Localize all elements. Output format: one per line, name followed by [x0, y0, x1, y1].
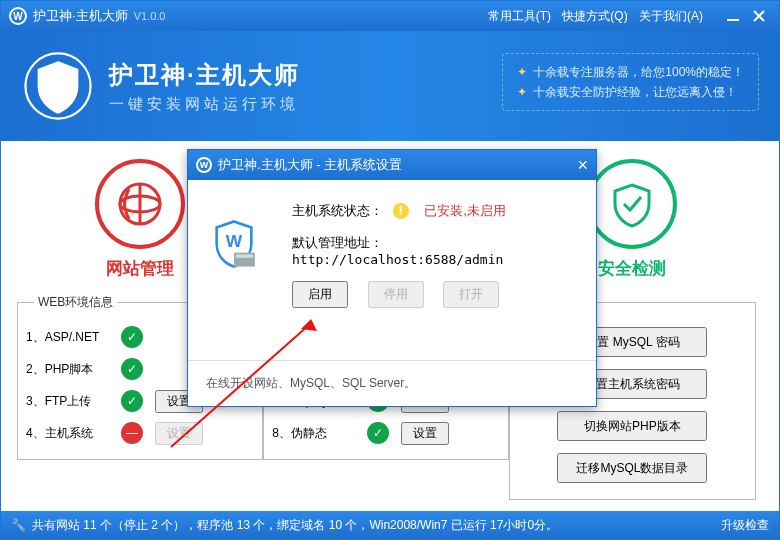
svg-text:W: W: [226, 231, 243, 251]
security-check-icon[interactable]: [587, 159, 677, 249]
shield-icon: W: [21, 49, 95, 123]
status-text: 共有网站 11 个（停止 2 个），程序池 13 个，绑定域名 10 个，Win…: [32, 517, 558, 534]
banner: W 护卫神·主机大师 一键安装网站运行环境 ✦十余载专注服务器，给您100%的稳…: [1, 31, 779, 141]
app-name: 护卫神·主机大师: [33, 7, 128, 25]
address-value: http://localhost:6588/admin: [292, 252, 503, 267]
menu-shortcuts[interactable]: 快捷方式(Q): [562, 9, 627, 23]
website-manage-icon[interactable]: [95, 159, 185, 249]
check-icon: ✓: [367, 422, 389, 444]
tool-button[interactable]: 切换网站PHP版本: [557, 411, 707, 441]
status-value: 已安装,未启用: [424, 203, 506, 218]
upgrade-check-link[interactable]: 升级检查: [721, 517, 769, 534]
host-shield-icon: W: [208, 218, 260, 270]
close-button[interactable]: [747, 6, 771, 26]
banner-infobox: ✦十余载专注服务器，给您100%的稳定！ ✦十余载安全防护经验，让您远离入侵！: [502, 53, 759, 111]
settings-button[interactable]: 设置: [155, 422, 203, 445]
status-icon: 🔧: [11, 518, 26, 532]
env-row: 4、主机系统—设置: [26, 417, 254, 449]
dialog-footer: 在线开设网站、MySQL、SQL Server。: [188, 360, 596, 406]
dialog-close-button[interactable]: ×: [577, 155, 588, 176]
app-version: V1.0.0: [134, 10, 166, 22]
banner-title: 护卫神·主机大师: [109, 59, 300, 91]
menu-tools[interactable]: 常用工具(T): [488, 9, 551, 23]
settings-button[interactable]: 设置: [401, 422, 449, 445]
app-logo-icon: W: [9, 7, 27, 25]
svg-rect-9: [236, 254, 253, 257]
svg-rect-0: [727, 19, 739, 21]
check-icon: ✓: [121, 326, 143, 348]
warning-icon: !: [393, 203, 409, 219]
error-icon: —: [121, 422, 143, 444]
stop-button: 停用: [368, 281, 424, 308]
banner-subtitle: 一键安装网站运行环境: [109, 95, 300, 114]
env-row: 8、伪静态✓设置: [272, 417, 500, 449]
svg-text:W: W: [48, 75, 69, 100]
app-logo-icon: W: [196, 157, 212, 173]
address-label: 默认管理地址：: [292, 235, 383, 250]
status-bar: 🔧 共有网站 11 个（停止 2 个），程序池 13 个，绑定域名 10 个，W…: [1, 511, 779, 539]
check-icon: ✓: [121, 390, 143, 412]
host-settings-dialog: W 护卫神.主机大师 - 主机系统设置 × W 主机系统状态： ! 已安装,未启…: [187, 149, 597, 407]
open-button: 打开: [443, 281, 499, 308]
security-check-label: 安全检测: [598, 257, 666, 280]
minimize-button[interactable]: [721, 6, 745, 26]
tool-button[interactable]: 迁移MySQL数据目录: [557, 453, 707, 483]
dialog-title: 护卫神.主机大师 - 主机系统设置: [218, 156, 402, 174]
status-label: 主机系统状态：: [292, 203, 383, 218]
enable-button[interactable]: 启用: [292, 281, 348, 308]
website-manage-label: 网站管理: [106, 257, 174, 280]
check-icon: ✓: [121, 358, 143, 380]
menu-about[interactable]: 关于我们(A): [639, 9, 703, 23]
